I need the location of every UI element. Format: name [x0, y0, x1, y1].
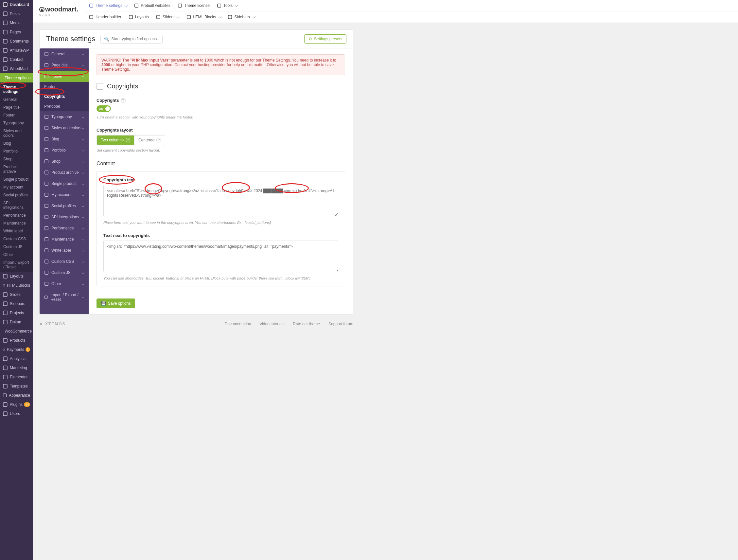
wp-sidebar-dokan[interactable]: Dokan	[0, 317, 33, 327]
nav-sub-copyrights[interactable]: Copyrights	[40, 92, 89, 101]
search-input[interactable]	[111, 37, 159, 41]
wp-sidebar-affiliatewp[interactable]: AffiliateWP	[0, 46, 33, 55]
wp-sub-general[interactable]: General	[0, 95, 33, 103]
toolbar-sidebars[interactable]: Sidebars	[228, 15, 254, 19]
maint-icon	[44, 237, 49, 242]
nav-custom-css[interactable]: Custom CSS	[40, 256, 89, 267]
wp-sidebar-analytics[interactable]: Analytics	[0, 354, 33, 363]
wp-sub-custom-js[interactable]: Custom JS	[0, 243, 33, 251]
wp-sidebar-users[interactable]: Users	[0, 409, 33, 418]
toolbar-layouts[interactable]: Layouts	[128, 15, 149, 19]
wp-sidebar-sidebars[interactable]: Sidebars	[0, 299, 33, 308]
wp-sidebar-media[interactable]: Media	[0, 18, 33, 27]
toolbar-theme-license[interactable]: Theme license	[177, 3, 210, 8]
footer-link-documentation[interactable]: Documentation	[225, 322, 251, 326]
nav-my-account[interactable]: My account	[40, 189, 89, 200]
nav-sub-prefooter[interactable]: Prefooter	[40, 101, 89, 111]
settings-search[interactable]: 🔍	[100, 35, 162, 43]
wp-sidebar-marketing[interactable]: Marketing	[0, 363, 33, 372]
wp-sidebar-slides[interactable]: Slides	[0, 290, 33, 299]
wp-sub-performance[interactable]: Performance	[0, 212, 33, 219]
wp-sidebar-dashboard[interactable]: Dashboard	[0, 0, 33, 9]
toolbar-header-builder[interactable]: Header builder	[89, 15, 121, 19]
wp-sidebar-payments[interactable]: Payments1	[0, 345, 33, 354]
save-button[interactable]: 💾 Save options	[96, 298, 135, 308]
nav-maintenance[interactable]: Maintenance	[40, 234, 89, 245]
wp-sidebar-contact[interactable]: Contact	[0, 55, 33, 64]
wp-sub-white-label[interactable]: White label	[0, 227, 33, 235]
wp-sub-portfolio[interactable]: Portfolio	[0, 147, 33, 155]
footer-link-video-tutorials[interactable]: Video tutorials	[260, 322, 284, 326]
wp-sidebar-layouts[interactable]: Layouts	[0, 272, 33, 281]
nav-white-label[interactable]: White label	[40, 245, 89, 256]
wp-sub-import-export-reset[interactable]: Import / Export / Reset	[0, 259, 33, 271]
wp-sidebar-posts[interactable]: Posts	[0, 9, 33, 18]
nav-typography[interactable]: Typography	[40, 111, 89, 122]
toolbar-sliders[interactable]: Sliders	[156, 15, 179, 19]
save-label: Save options	[108, 301, 130, 306]
svg-rect-23	[3, 402, 7, 406]
layout-two-columns[interactable]: Two columns ?	[97, 135, 134, 145]
wp-sub-theme-settings[interactable]: Theme settings	[0, 83, 33, 95]
copyrights-toggle[interactable]: ON	[96, 105, 111, 112]
text-next-input[interactable]	[103, 241, 338, 272]
help-icon[interactable]: ?	[156, 138, 161, 143]
nav-blog[interactable]: Blog	[40, 133, 89, 145]
wp-sub-social-profiles[interactable]: Social profiles	[0, 191, 33, 199]
nav-social-profiles[interactable]: Social profiles	[40, 200, 89, 212]
nav-portfolio[interactable]: Portfolio	[40, 145, 89, 156]
wp-sidebar-elementor[interactable]: Elementor	[0, 372, 33, 382]
nav-api-integrations[interactable]: API integrations	[40, 212, 89, 223]
nav-page-title[interactable]: Page title	[40, 59, 89, 71]
nav-sub-footer[interactable]: Footer	[40, 82, 89, 92]
help-icon[interactable]: ?	[121, 98, 126, 103]
nav-custom-js[interactable]: Custom JS	[40, 267, 89, 278]
nav-shop[interactable]: Shop	[40, 156, 89, 167]
wp-sub-footer[interactable]: Footer	[0, 111, 33, 119]
nav-product-archive[interactable]: Product archive	[40, 167, 89, 178]
nav-single-product[interactable]: Single product	[40, 178, 89, 189]
wp-sub-product-archive[interactable]: Product archive	[0, 163, 33, 176]
wp-sidebar-theme-options[interactable]: Theme options	[0, 73, 33, 82]
layout-centered[interactable]: Centered ?	[134, 135, 165, 145]
wp-sidebar-comments[interactable]: Comments	[0, 37, 33, 46]
toolbar-tools[interactable]: Tools	[217, 3, 237, 8]
footer-link-rate-our-theme[interactable]: Rate our theme	[293, 322, 320, 326]
wp-sub-blog[interactable]: Blog	[0, 139, 33, 147]
help-icon[interactable]: ?	[126, 138, 130, 143]
wp-sub-api-integrations[interactable]: API integrations	[0, 199, 33, 212]
nav-import-export-reset[interactable]: Import / Export / Reset	[40, 289, 89, 305]
wp-sub-maintenance[interactable]: Maintenance	[0, 219, 33, 227]
wp-sidebar-html-blocks[interactable]: HTML Blocks	[0, 281, 33, 290]
nav-performance[interactable]: Performance	[40, 223, 89, 234]
wp-sub-page-title[interactable]: Page title	[0, 103, 33, 111]
nav-general[interactable]: General	[40, 48, 89, 59]
nav-styles-and-colors[interactable]: Styles and colors	[40, 122, 89, 133]
wp-sidebar-appearance[interactable]: Appearance	[0, 391, 33, 400]
nav-footer[interactable]: Footer	[40, 71, 89, 82]
wp-sidebar-woocommerce[interactable]: WooCommerce	[0, 327, 33, 336]
sliders2-icon	[156, 15, 160, 19]
toolbar-prebuilt-websites[interactable]: Prebuilt websites	[134, 3, 170, 8]
wp-sub-styles-and-colors[interactable]: Styles and colors	[0, 127, 33, 139]
wp-sub-my-account[interactable]: My account	[0, 183, 33, 191]
wp-sub-single-product[interactable]: Single product	[0, 176, 33, 183]
wp-sub-typography[interactable]: Typography	[0, 119, 33, 127]
wp-sidebar-templates[interactable]: Templates	[0, 382, 33, 391]
wp-sidebar-plugins[interactable]: Plugins14	[0, 400, 33, 409]
footer-link-support-forum[interactable]: Support forum	[328, 322, 353, 326]
toolbar-theme-settings[interactable]: Theme settings	[89, 3, 127, 8]
copyrights-text-input[interactable]	[103, 185, 338, 216]
settings-presets-button[interactable]: ⚙ Settings presets	[304, 34, 346, 43]
svg-rect-10	[3, 284, 5, 286]
wp-sidebar-products[interactable]: Products	[0, 336, 33, 345]
toolbar-html-blocks[interactable]: HTML Blocks	[187, 15, 221, 19]
chevron-icon	[82, 194, 84, 196]
wp-sidebar-projects[interactable]: Projects	[0, 308, 33, 317]
wp-sub-custom-css[interactable]: Custom CSS	[0, 235, 33, 243]
wp-sub-other[interactable]: Other	[0, 251, 33, 259]
nav-other[interactable]: Other	[40, 278, 89, 289]
wp-sub-shop[interactable]: Shop	[0, 155, 33, 163]
wp-sidebar-woodmart[interactable]: WoodMart	[0, 64, 33, 73]
wp-sidebar-pages[interactable]: Pages	[0, 27, 33, 37]
